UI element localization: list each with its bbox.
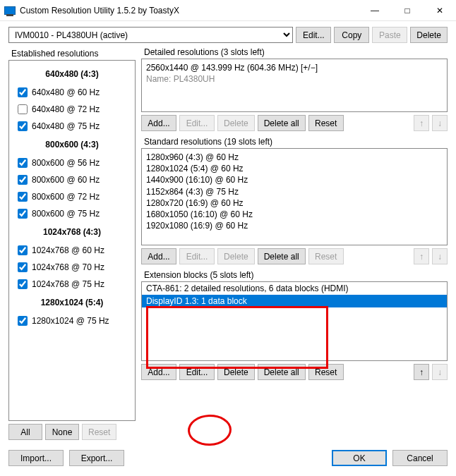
established-item[interactable]: 1024x768 @ 70 Hz <box>12 260 132 276</box>
established-checkbox[interactable] <box>18 316 28 326</box>
established-item-label: 640x480 @ 72 Hz <box>32 104 100 114</box>
extblocks-list[interactable]: CTA-861: 2 detailed resolutions, 6 data … <box>141 281 448 361</box>
established-item[interactable]: 1024x768 @ 75 Hz <box>12 276 132 293</box>
established-list: 640x480 (4:3)640x480 @ 60 Hz640x480 @ 72… <box>8 60 136 421</box>
detailed-reset-button[interactable]: Reset <box>308 115 344 131</box>
extblocks-edit-button[interactable]: Edit... <box>179 364 215 380</box>
established-item-label: 800x600 @ 60 Hz <box>32 175 100 185</box>
established-checkbox[interactable] <box>18 262 28 272</box>
established-item-label: 800x600 @ 56 Hz <box>32 158 100 168</box>
extblock-item[interactable]: CTA-861: 2 detailed resolutions, 6 data … <box>142 282 447 295</box>
standard-deleteall-button[interactable]: Delete all <box>258 248 306 264</box>
delete-display-button[interactable]: Delete <box>410 27 448 43</box>
established-item[interactable]: 800x600 @ 75 Hz <box>12 206 132 223</box>
export-button[interactable]: Export... <box>69 450 124 466</box>
established-item-label: 640x480 @ 60 Hz <box>32 87 100 97</box>
minimize-button[interactable]: — <box>359 0 391 21</box>
standard-item[interactable]: 1680x1050 (16:10) @ 60 Hz <box>146 209 443 220</box>
detailed-add-button[interactable]: Add... <box>141 115 176 131</box>
established-checkbox[interactable] <box>18 87 28 97</box>
titlebar: Custom Resolution Utility 1.5.2 by Toast… <box>0 0 456 21</box>
established-heading: 1024x768 (4:3) <box>12 223 132 243</box>
detailed-delete-button[interactable]: Delete <box>217 115 255 131</box>
standard-up-button[interactable]: ↑ <box>414 248 429 264</box>
established-checkbox[interactable] <box>18 158 28 168</box>
edit-display-button[interactable]: Edit... <box>296 27 331 43</box>
established-checkbox[interactable] <box>18 121 28 131</box>
detailed-name[interactable]: Name: PL4380UH <box>146 73 443 85</box>
extblocks-delete-button[interactable]: Delete <box>217 364 255 380</box>
extblocks-label: Extension blocks (5 slots left) <box>141 269 448 281</box>
copy-button[interactable]: Copy <box>334 27 369 43</box>
standard-item[interactable]: 1920x1080 (16:9) @ 60 Hz <box>146 220 443 231</box>
paste-button[interactable]: Paste <box>372 27 407 43</box>
established-item-label: 800x600 @ 75 Hz <box>32 209 100 219</box>
established-item-label: 640x480 @ 75 Hz <box>32 121 100 131</box>
established-item-label: 1024x768 @ 70 Hz <box>32 262 104 272</box>
standard-add-button[interactable]: Add... <box>141 248 176 264</box>
established-all-button[interactable]: All <box>8 424 42 440</box>
established-reset-button[interactable]: Reset <box>82 424 116 440</box>
standard-reset-button[interactable]: Reset <box>308 248 344 264</box>
extblocks-up-button[interactable]: ↑ <box>414 364 429 380</box>
established-item[interactable]: 640x480 @ 72 Hz <box>12 102 132 118</box>
established-checkbox[interactable] <box>18 104 28 114</box>
cancel-button[interactable]: Cancel <box>392 450 448 466</box>
established-item[interactable]: 640x480 @ 60 Hz <box>12 85 132 102</box>
display-select[interactable]: IVM0010 - PL4380UH (active) <box>8 27 293 43</box>
established-item-label: 1024x768 @ 75 Hz <box>32 279 104 289</box>
standard-item[interactable]: 1280x720 (16:9) @ 60 Hz <box>146 197 443 209</box>
extblock-item[interactable]: DisplayID 1.3: 1 data block <box>142 295 447 307</box>
established-heading: 640x480 (4:3) <box>12 65 132 85</box>
extblocks-reset-button[interactable]: Reset <box>308 364 344 380</box>
close-button[interactable]: ✕ <box>424 0 456 21</box>
established-item[interactable]: 1024x768 @ 60 Hz <box>12 243 132 260</box>
standard-item[interactable]: 1280x960 (4:3) @ 60 Hz <box>146 152 443 163</box>
maximize-button[interactable]: □ <box>391 0 424 21</box>
standard-down-button[interactable]: ↓ <box>432 248 448 264</box>
established-heading: 800x600 (4:3) <box>12 135 132 155</box>
standard-item[interactable]: 1152x864 (4:3) @ 75 Hz <box>146 186 443 197</box>
detailed-deleteall-button[interactable]: Delete all <box>258 115 306 131</box>
detailed-label: Detailed resolutions (3 slots left) <box>141 46 448 59</box>
established-item[interactable]: 800x600 @ 60 Hz <box>12 172 132 189</box>
extblocks-down-button[interactable]: ↓ <box>432 364 448 380</box>
ok-button[interactable]: OK <box>332 450 387 466</box>
established-item-label: 1280x1024 @ 75 Hz <box>32 316 109 326</box>
established-item[interactable]: 1280x1024 @ 75 Hz <box>12 313 132 330</box>
established-item[interactable]: 800x600 @ 56 Hz <box>12 155 132 172</box>
detailed-down-button[interactable]: ↓ <box>432 115 448 131</box>
established-checkbox[interactable] <box>18 245 28 255</box>
standard-delete-button[interactable]: Delete <box>217 248 255 264</box>
standard-edit-button[interactable]: Edit... <box>179 248 215 264</box>
established-label: Established resolutions <box>8 46 136 60</box>
extblocks-deleteall-button[interactable]: Delete all <box>258 364 306 380</box>
established-item-label: 1024x768 @ 60 Hz <box>32 245 104 255</box>
standard-list[interactable]: 1280x960 (4:3) @ 60 Hz1280x1024 (5:4) @ … <box>141 148 448 245</box>
standard-label: Standard resolutions (19 slots left) <box>141 135 448 148</box>
established-checkbox[interactable] <box>18 279 28 289</box>
established-item[interactable]: 640x480 @ 75 Hz <box>12 118 132 135</box>
window-title: Custom Resolution Utility 1.5.2 by Toast… <box>20 6 359 16</box>
app-icon <box>4 6 16 15</box>
established-none-button[interactable]: None <box>45 424 79 440</box>
established-checkbox[interactable] <box>18 209 28 219</box>
standard-item[interactable]: 1440x900 (16:10) @ 60 Hz <box>146 174 443 185</box>
detailed-up-button[interactable]: ↑ <box>414 115 429 131</box>
detailed-item[interactable]: 2560x1440 @ 143.999 Hz (604.36 MHz) [+/−… <box>146 62 443 73</box>
import-button[interactable]: Import... <box>8 450 64 466</box>
established-checkbox[interactable] <box>18 192 28 202</box>
standard-item[interactable]: 1280x1024 (5:4) @ 60 Hz <box>146 163 443 174</box>
detailed-list[interactable]: 2560x1440 @ 143.999 Hz (604.36 MHz) [+/−… <box>141 59 448 112</box>
established-item-label: 800x600 @ 72 Hz <box>32 192 100 202</box>
extblocks-add-button[interactable]: Add... <box>141 364 176 380</box>
established-item[interactable]: 800x600 @ 72 Hz <box>12 189 132 206</box>
established-checkbox[interactable] <box>18 175 28 185</box>
detailed-edit-button[interactable]: Edit... <box>179 115 215 131</box>
established-heading: 1280x1024 (5:4) <box>12 293 132 313</box>
